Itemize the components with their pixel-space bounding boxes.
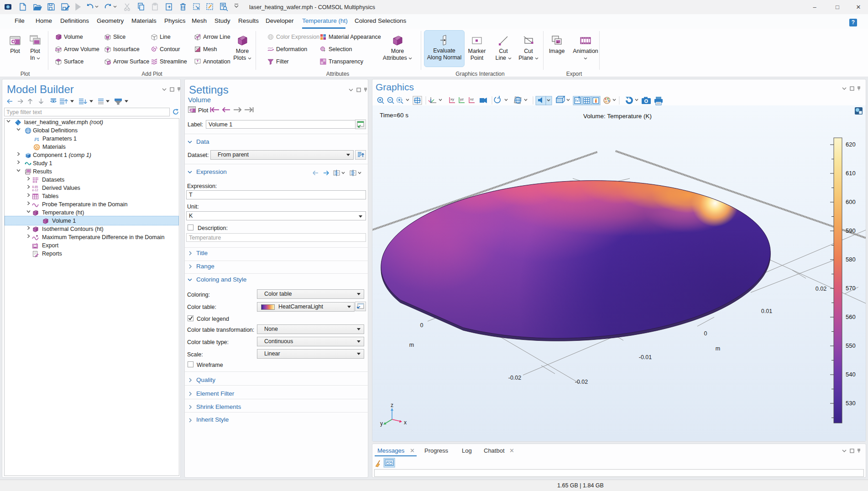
svg-text:y: y [380, 420, 383, 427]
svg-text:xz: xz [470, 97, 474, 101]
svg-text:0: 0 [704, 330, 707, 337]
svg-text:560: 560 [846, 313, 856, 320]
svg-text:550: 550 [846, 342, 856, 349]
svg-text:Volume: Temperature (K): Volume: Temperature (K) [583, 113, 652, 120]
svg-text:xy: xy [450, 97, 454, 101]
svg-text:x: x [404, 419, 407, 426]
svg-text:m: m [716, 345, 720, 352]
svg-text:-0.02: -0.02 [508, 375, 522, 381]
svg-text:0.01: 0.01 [761, 308, 772, 314]
svg-text:-0.01: -0.01 [639, 354, 652, 360]
svg-text:0: 0 [420, 322, 424, 329]
svg-text:m: m [409, 342, 414, 348]
svg-text:570: 570 [846, 285, 856, 292]
svg-text:540: 540 [846, 371, 856, 378]
svg-text:620: 620 [846, 141, 856, 148]
svg-text:Time=60 s: Time=60 s [380, 112, 408, 119]
svg-text:yz: yz [460, 97, 464, 101]
svg-text:600: 600 [846, 198, 856, 205]
svg-text:0.02: 0.02 [816, 286, 826, 292]
svg-text:590: 590 [846, 227, 856, 234]
svg-text:-0.02: -0.02 [575, 379, 588, 385]
svg-text:530: 530 [846, 400, 856, 407]
svg-text:580: 580 [846, 256, 856, 263]
svg-text:z: z [391, 402, 393, 408]
svg-text:610: 610 [846, 170, 856, 177]
